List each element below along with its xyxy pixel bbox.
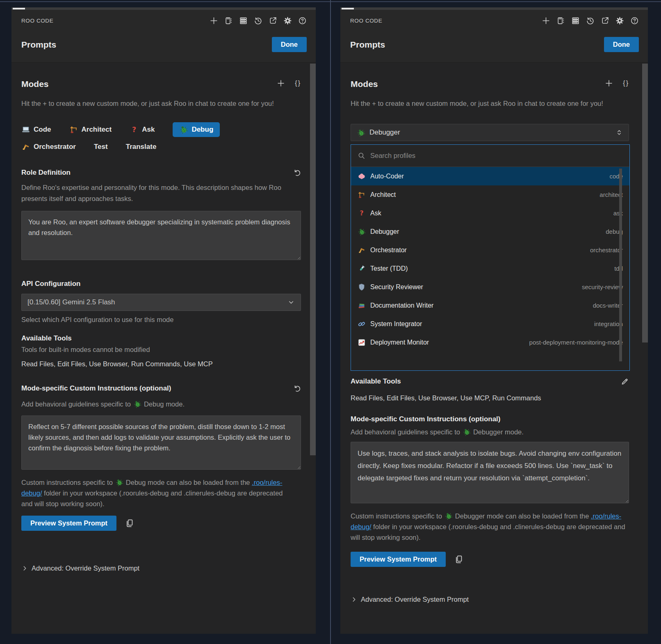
shield-icon xyxy=(358,283,366,291)
done-button[interactable]: Done xyxy=(272,37,307,52)
mode-chip-translate[interactable]: Translate xyxy=(126,143,157,151)
mode-chip-ask[interactable]: ?Ask xyxy=(130,125,155,134)
help-button[interactable] xyxy=(630,16,639,25)
done-button[interactable]: Done xyxy=(604,37,639,52)
titlebar-actions xyxy=(542,16,639,25)
profile-option-ask[interactable]: ?Askask xyxy=(351,204,629,222)
role-definition-textarea[interactable]: You are Roo, an expert software debugger… xyxy=(21,211,301,260)
mode-chip-label: Orchestrator xyxy=(34,143,76,151)
boomerang-icon xyxy=(358,246,366,254)
profile-option-integration[interactable]: System Integratorintegration xyxy=(351,315,629,333)
custom-instructions-guidelines: Add behavioral guidelines specific toDeb… xyxy=(351,427,629,438)
updown-chevron-icon xyxy=(615,129,623,136)
profile-option-security-review[interactable]: Security Reviewersecurity-review xyxy=(351,278,629,296)
copy-system-prompt-button[interactable] xyxy=(125,518,134,528)
profile-search-input[interactable] xyxy=(370,152,623,160)
profile-option-tdd[interactable]: Tester (TDD)tdd xyxy=(351,259,629,278)
custom-instructions-title: Mode-specific Custom Instructions (optio… xyxy=(21,384,171,393)
profile-list: Auto-CodercodeArchitectarchitect?AskaskD… xyxy=(351,167,629,352)
reset-role-definition-button[interactable] xyxy=(292,169,301,177)
loading-progress xyxy=(342,8,354,9)
edit-tools-pencil-button[interactable] xyxy=(620,377,629,386)
panel-scrollbar[interactable] xyxy=(642,64,648,343)
prompts-header: Prompts Done xyxy=(11,31,316,58)
custom-instructions-guidelines: Add behavioral guidelines specific toDeb… xyxy=(21,399,301,410)
open-in-editor-button[interactable] xyxy=(269,16,277,25)
api-configuration-value: [0.15/0.60] Gemini 2.5 Flash xyxy=(27,298,287,306)
profile-option-code[interactable]: Auto-Codercode xyxy=(351,167,629,185)
api-configuration-help: Select which API configuration to use fo… xyxy=(21,316,301,324)
mode-chip-code[interactable]: Code xyxy=(21,125,51,134)
api-configuration-select[interactable]: [0.15/0.60] Gemini 2.5 Flash xyxy=(21,294,301,311)
preview-system-prompt-button[interactable]: Preview System Prompt xyxy=(351,552,446,567)
prompts-content-left: Modes {} Hit the + to create a new custo… xyxy=(11,62,316,634)
page-title: Prompts xyxy=(21,40,56,50)
new-task-button[interactable] xyxy=(542,16,550,25)
extension-titlebar: ROO CODE xyxy=(11,10,316,31)
history-button[interactable] xyxy=(254,16,262,25)
dropdown-scrollbar[interactable] xyxy=(619,169,622,361)
edit-modes-json-button[interactable]: {} xyxy=(623,80,629,87)
history-button[interactable] xyxy=(586,16,595,25)
mode-chip-debug[interactable]: Debug xyxy=(173,122,220,137)
search-icon xyxy=(358,152,365,160)
profile-option-architect[interactable]: Architectarchitect xyxy=(351,185,629,204)
advanced-override-toggle[interactable]: Advanced: Override System Prompt xyxy=(21,564,301,572)
link-icon xyxy=(358,320,366,328)
mode-chip-label: Code xyxy=(34,126,51,134)
boomerang-icon xyxy=(21,142,30,151)
reset-custom-instructions-button[interactable] xyxy=(292,384,301,393)
mcp-servers-button[interactable] xyxy=(571,16,580,25)
mode-select[interactable]: Debugger xyxy=(351,124,629,141)
modes-hint: Hit the + to create a new custom mode, o… xyxy=(21,98,284,109)
bug-icon xyxy=(357,128,365,137)
mode-chip-architect[interactable]: Architect xyxy=(69,125,112,134)
profile-slug: security-review xyxy=(582,283,623,290)
extension-title: ROO CODE xyxy=(350,18,382,24)
available-tools-list: Read Files, Edit Files, Use Browser, Run… xyxy=(21,360,301,368)
edit-modes-json-button[interactable]: {} xyxy=(295,80,301,87)
crane-icon xyxy=(358,191,366,199)
new-task-button[interactable] xyxy=(210,16,218,25)
custom-instructions-textarea[interactable]: Use logs, traces, and stack analysis to … xyxy=(351,442,629,503)
add-mode-button[interactable] xyxy=(605,79,613,87)
mode-select-value: Debugger xyxy=(369,128,615,137)
mcp-servers-button[interactable] xyxy=(239,16,248,25)
chevron-right-icon xyxy=(351,596,358,603)
profile-name: Documentation Writer xyxy=(370,302,433,309)
custom-instructions-textarea[interactable]: Reflect on 5-7 different possible source… xyxy=(21,416,301,470)
question-icon: ? xyxy=(358,209,366,217)
role-definition-description: Define Roo's expertise and personality f… xyxy=(21,182,287,204)
marketplace-button[interactable] xyxy=(556,16,565,25)
copy-system-prompt-button[interactable] xyxy=(454,555,464,564)
help-button[interactable] xyxy=(298,16,307,25)
bug-icon xyxy=(358,228,366,236)
bug-icon xyxy=(444,512,453,520)
settings-gear-button[interactable] xyxy=(615,16,624,25)
profile-option-docs-writer[interactable]: Documentation Writerdocs-writer xyxy=(351,296,629,315)
open-in-editor-button[interactable] xyxy=(601,16,609,25)
panel-scrollbar[interactable] xyxy=(310,64,316,455)
mode-chip-orchestrator[interactable]: Orchestrator xyxy=(21,142,76,151)
svg-text:?: ? xyxy=(132,126,136,134)
preview-system-prompt-button[interactable]: Preview System Prompt xyxy=(21,516,116,531)
marketplace-button[interactable] xyxy=(224,16,233,25)
bug-icon xyxy=(115,478,123,486)
settings-gear-button[interactable] xyxy=(283,16,292,25)
api-configuration-title: API Configuration xyxy=(21,280,301,288)
custom-instructions-footer: Custom instructions specific toDebug mod… xyxy=(21,477,290,509)
extension-title: ROO CODE xyxy=(21,18,53,24)
mode-chip-row: OrchestratorTestTranslate xyxy=(21,142,301,151)
svg-text:?: ? xyxy=(360,209,363,217)
bug-icon xyxy=(133,400,141,408)
profile-slug: docs-writer xyxy=(593,302,623,309)
add-mode-button[interactable] xyxy=(277,79,285,87)
mode-chip-test[interactable]: Test xyxy=(94,143,108,151)
advanced-override-toggle[interactable]: Advanced: Override System Prompt xyxy=(351,596,629,603)
profile-option-debug[interactable]: Debuggerdebug xyxy=(351,222,629,241)
titlebar-actions xyxy=(210,16,307,25)
profile-option-post-deployment-monitoring-mode[interactable]: Deployment Monitorpost-deployment-monito… xyxy=(351,333,629,352)
profile-slug: integration xyxy=(594,320,623,327)
mode-chip-label: Test xyxy=(94,143,108,151)
profile-option-orchestrator[interactable]: Orchestratororchestrator xyxy=(351,241,629,259)
